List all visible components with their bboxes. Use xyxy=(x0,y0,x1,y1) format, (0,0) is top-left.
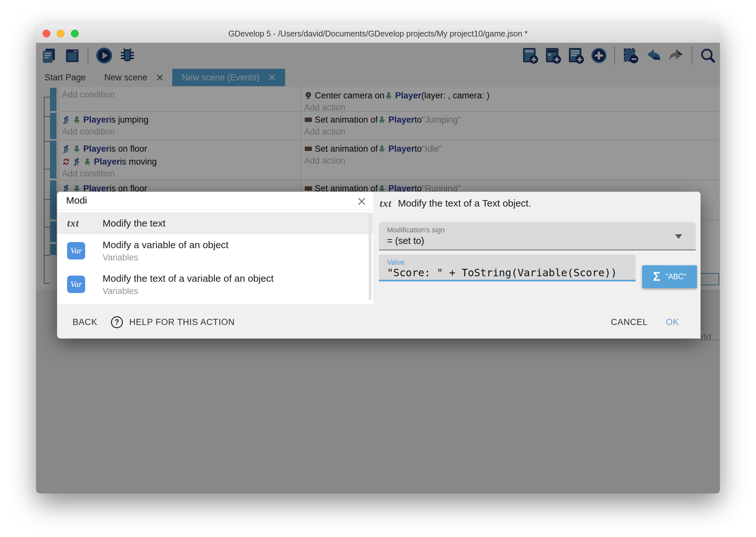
result-title: Modify the text xyxy=(102,218,363,229)
search-input-value: Modi xyxy=(66,195,87,206)
expression-builder-button[interactable]: Σ "ABC" xyxy=(642,265,697,288)
back-button[interactable]: BACK xyxy=(73,317,97,327)
var-icon: Var xyxy=(67,275,85,293)
search-input[interactable]: Modi xyxy=(57,192,373,210)
text-object-icon: txt xyxy=(380,197,392,209)
results-scrollbar[interactable] xyxy=(369,213,371,300)
expression-button-label: "ABC" xyxy=(666,272,686,281)
instruction-result-item[interactable]: txtModify the text xyxy=(57,212,373,234)
value-input[interactable]: Value "Score: " + ToString(Variable(Scor… xyxy=(379,254,636,281)
txt-icon: txt xyxy=(67,217,79,229)
value-text: "Score: " + ToString(Variable(Score)) xyxy=(387,267,617,279)
modification-sign-select[interactable]: Modification's sign = (set to) xyxy=(379,222,696,250)
help-button-label: HELP FOR THIS ACTION xyxy=(129,317,235,327)
value-label: Value xyxy=(387,258,405,267)
dialog-footer: BACK HELP FOR THIS ACTION CANCEL OK xyxy=(57,306,700,339)
screenshot-stage: GDevelop 5 - /Users/david/Documents/GDev… xyxy=(0,0,756,537)
result-title: Modify the text of a variable of an obje… xyxy=(102,273,363,284)
result-subtitle: Variables xyxy=(102,286,363,297)
var-icon: Var xyxy=(67,242,85,260)
result-title: Modify a variable of an object xyxy=(102,239,363,251)
sigma-icon: Σ xyxy=(653,270,661,284)
titlebar: GDevelop 5 - /Users/david/Documents/GDev… xyxy=(36,24,720,43)
sign-value: = (set to) xyxy=(387,235,424,246)
cancel-button[interactable]: CANCEL xyxy=(611,317,648,327)
instruction-editor-dialog: Modi txtModify the textVarModify a varia… xyxy=(57,192,700,339)
window-title: GDevelop 5 - /Users/david/Documents/GDev… xyxy=(36,24,720,43)
sign-label: Modification's sign xyxy=(387,226,445,234)
chevron-down-icon xyxy=(675,234,682,239)
ok-button[interactable]: OK xyxy=(666,317,679,327)
help-icon xyxy=(111,316,123,328)
instruction-title: Modify the text of a Text object. xyxy=(398,198,531,209)
instruction-search-panel: Modi txtModify the textVarModify a varia… xyxy=(57,192,373,304)
help-button[interactable]: HELP FOR THIS ACTION xyxy=(111,316,235,328)
app-window: GDevelop 5 - /Users/david/Documents/GDev… xyxy=(36,24,720,493)
close-icon[interactable] xyxy=(357,197,366,206)
result-subtitle: Variables xyxy=(102,252,363,263)
instruction-result-item[interactable]: VarModify a variable of an objectVariabl… xyxy=(57,234,373,268)
instruction-result-item[interactable]: VarModify the text of a variable of an o… xyxy=(57,268,373,301)
